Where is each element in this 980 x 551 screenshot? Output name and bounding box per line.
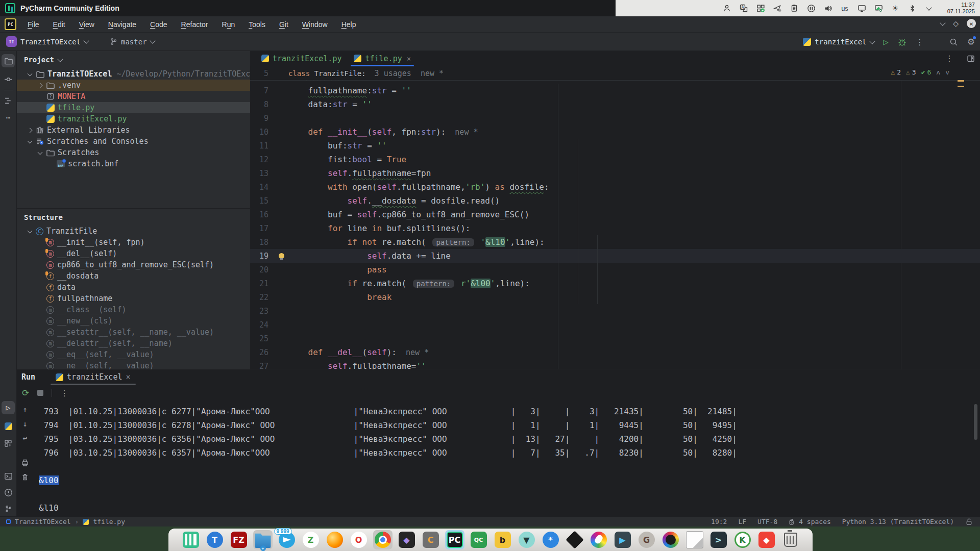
menu-git[interactable]: Git <box>279 20 288 29</box>
console-more-icon[interactable]: ⋮ <box>60 388 68 398</box>
code-line-21[interactable]: 21 if re.match( pattern: r'&l00',line): <box>250 277 980 290</box>
breadcrumb-project[interactable]: TranzitTOExcel <box>15 518 71 525</box>
console-scrollbar[interactable] <box>974 404 977 440</box>
run-panel-title[interactable]: Run <box>21 372 35 382</box>
code-line-18[interactable]: 18 if not re.match( pattern: '&l10',line… <box>250 235 980 249</box>
taskbar-anydesk-icon[interactable]: ◆ <box>757 530 776 549</box>
close-window-button[interactable]: × <box>967 19 976 28</box>
taskbar-file-manager-icon[interactable]: + <box>253 530 273 549</box>
translate-icon[interactable]: A <box>739 4 748 13</box>
sticky-class-line[interactable]: 5class TranzitFile: 3 usages new * <box>250 66 980 81</box>
code-editor[interactable]: 7 fullpathname:str = ''8 data:str = ''91… <box>250 66 980 369</box>
code-line-17[interactable]: 17 for line in buf.splitlines(): <box>250 221 980 235</box>
taskbar-opera-icon[interactable]: O <box>349 530 369 549</box>
editor-tab-tfile.py[interactable]: tfile.py× <box>348 51 417 66</box>
code-line-11[interactable]: 11 buf:str = '' <box>250 139 980 153</box>
services-tool-icon[interactable] <box>2 437 15 450</box>
hide-menu-icon[interactable] <box>940 20 946 26</box>
user-icon[interactable] <box>722 4 731 13</box>
editor-tab-tranzitExcel.py[interactable]: tranzitExcel.py <box>255 51 348 66</box>
menu-window[interactable]: Window <box>302 20 328 29</box>
screen-record-icon[interactable] <box>874 4 883 13</box>
problems-tool-icon[interactable] <box>2 486 15 499</box>
stop-icon[interactable] <box>37 390 43 396</box>
brightness-icon[interactable]: ☀ <box>891 4 900 13</box>
pycharm-app-icon[interactable]: PC <box>5 18 16 30</box>
taskbar-obsidian-icon[interactable]: ◆ <box>397 530 416 549</box>
structure-tree-row[interactable]: CTranzitFile <box>17 226 250 237</box>
search-everywhere-icon[interactable] <box>949 38 958 46</box>
taskbar-darktable-icon[interactable] <box>661 530 680 549</box>
project-tree-row[interactable]: tranzitExcel.py <box>17 113 250 124</box>
menu-edit[interactable]: Edit <box>53 20 65 29</box>
structure-tree-row[interactable]: m__eq__(self, __value) <box>17 349 250 360</box>
taskbar-pycharm-icon[interactable]: PC <box>445 530 464 549</box>
taskbar-libreoffice-icon[interactable] <box>685 530 704 549</box>
commit-tool-icon[interactable] <box>2 72 15 86</box>
taskbar-paint-app-icon[interactable] <box>589 530 608 549</box>
code-line-9[interactable]: 9 <box>250 111 980 125</box>
vcs-branch-widget[interactable]: master <box>110 38 155 46</box>
project-tree-row[interactable]: tfile.py <box>17 102 250 113</box>
clock[interactable]: 11:3707.11.2025 <box>941 2 975 14</box>
project-tree-row[interactable]: Scratches and Consoles <box>17 136 250 147</box>
chevron-down-icon[interactable] <box>924 4 934 13</box>
editor-layout-icon[interactable] <box>967 55 975 63</box>
taskbar-inkscape-icon[interactable] <box>565 530 584 549</box>
menu-file[interactable]: File <box>28 20 39 29</box>
project-tree-row[interactable]: Scratches <box>17 147 250 158</box>
unlock-icon[interactable] <box>965 518 973 525</box>
code-line-15[interactable]: 15 self.__dosdata = dosfile.read() <box>250 194 980 208</box>
structure-tree-row[interactable]: f__dosdata <box>17 270 250 282</box>
taskbar-blue-orb-icon[interactable]: * <box>541 530 560 549</box>
more-tool-windows-icon[interactable]: ⋯ <box>2 111 15 124</box>
code-line-27[interactable]: 27 self.fullpathname='' <box>250 359 980 369</box>
structure-tree-row[interactable]: m__init__(self, fpn) <box>17 237 250 248</box>
volume-icon[interactable] <box>823 4 832 13</box>
more-actions-icon[interactable]: ⋮ <box>916 37 924 47</box>
taskbar-b-app-icon[interactable]: b <box>493 530 512 549</box>
code-line-13[interactable]: 13 self.fullpathname=fpn <box>250 166 980 180</box>
menu-run[interactable]: Run <box>222 20 235 29</box>
display-icon[interactable] <box>857 4 866 13</box>
active-window-task-button[interactable]: PyCharm Community Edition <box>0 0 616 16</box>
structure-tree-row[interactable]: mcp866_to_utf8_and_remove_ESC(self) <box>17 259 250 270</box>
soft-wrap-icon[interactable]: ↩ <box>19 433 31 444</box>
structure-tree-row[interactable]: m__setattr__(self, __name, __value) <box>17 327 250 338</box>
pause-icon[interactable] <box>806 4 816 13</box>
code-line-8[interactable]: 8 data:str = '' <box>250 97 980 111</box>
line-separator[interactable]: LF <box>738 518 746 525</box>
code-line-7[interactable]: 7 fullpathname:str = '' <box>250 84 980 97</box>
keyboard-layout[interactable]: us <box>840 4 849 13</box>
intention-bulb-icon[interactable] <box>279 253 284 259</box>
code-line-26[interactable]: 26 def __del__(self): new * <box>250 345 980 359</box>
scroll-up-icon[interactable]: ↑ <box>19 404 31 415</box>
taskbar-terminal-icon[interactable]: > <box>709 530 728 549</box>
menu-view[interactable]: View <box>79 20 94 29</box>
close-icon[interactable]: × <box>126 372 130 382</box>
code-line-24[interactable]: 24 <box>250 318 980 332</box>
code-line-16[interactable]: 16 buf = self.cp866_to_utf8_and_remove_E… <box>250 208 980 221</box>
code-line-20[interactable]: 20 pass <box>250 263 980 277</box>
project-tool-icon[interactable] <box>2 54 15 67</box>
taskbar-thunderbird-icon[interactable]: T <box>205 530 225 549</box>
print-icon[interactable] <box>19 457 31 468</box>
structure-tree-row[interactable]: fdata <box>17 282 250 293</box>
run-console-output[interactable]: 793 |01.10.25|13000036|с 6277|"Арома-Люк… <box>39 401 980 516</box>
menu-tools[interactable]: Tools <box>249 20 265 29</box>
structure-tree-row[interactable]: m__class__(self) <box>17 304 250 315</box>
breadcrumb-file[interactable]: tfile.py <box>93 518 125 525</box>
taskbar-qcad-icon[interactable]: QC <box>469 530 488 549</box>
code-line-22[interactable]: 22 break <box>250 290 980 304</box>
menu-refactor[interactable]: Refactor <box>181 20 208 29</box>
taskbar-green-messenger-icon[interactable]: Z <box>301 530 321 549</box>
prev-problem-icon[interactable]: ʌ <box>936 68 940 76</box>
inspections-widget[interactable]: ⚠ 2 ⚠3 ✔6 ʌ v <box>891 68 949 76</box>
close-icon[interactable]: × <box>407 55 411 63</box>
python-interpreter[interactable]: Python 3.13 (TranzitTOExcel) <box>842 518 954 525</box>
code-line-19[interactable]: 19 self.data += line <box>250 249 980 263</box>
tab-options-icon[interactable]: ⋮ <box>945 54 953 63</box>
taskbar-c-app-icon[interactable]: C <box>421 530 440 549</box>
code-line-25[interactable]: 25 <box>250 332 980 345</box>
menu-code[interactable]: Code <box>150 20 167 29</box>
